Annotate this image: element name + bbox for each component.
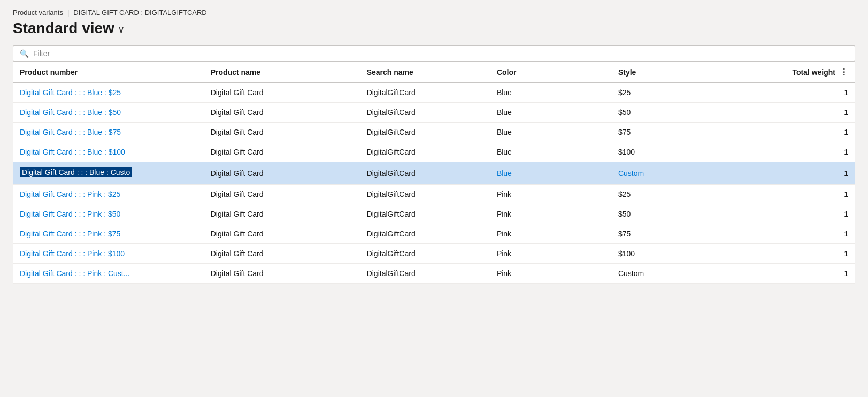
cell-product-number: Digital Gift Card : : : Pink : $25 bbox=[13, 185, 204, 204]
cell-total-weight: 1 bbox=[750, 264, 855, 284]
cell-total-weight: 1 bbox=[750, 185, 855, 204]
cell-search-name: DigitalGiftCard bbox=[360, 244, 490, 264]
search-icon: 🔍 bbox=[20, 49, 29, 58]
product-number-link[interactable]: Digital Gift Card : : : Blue : $25 bbox=[20, 88, 121, 97]
col-header-product-name: Product name bbox=[204, 62, 360, 83]
cell-total-weight: 1 bbox=[750, 204, 855, 224]
cell-color: Pink bbox=[490, 244, 612, 264]
cell-style: Custom bbox=[612, 162, 750, 185]
cell-total-weight: 1 bbox=[750, 162, 855, 185]
cell-style: $75 bbox=[612, 224, 750, 244]
cell-product-name: Digital Gift Card bbox=[204, 162, 360, 185]
filter-bar: 🔍 bbox=[13, 45, 855, 62]
product-number-link[interactable]: Digital Gift Card : : : Pink : $50 bbox=[20, 210, 120, 218]
breadcrumb: Product variants | DIGITAL GIFT CARD : D… bbox=[13, 9, 855, 17]
cell-style: $75 bbox=[612, 123, 750, 142]
cell-search-name: DigitalGiftCard bbox=[360, 103, 490, 123]
cell-style: $100 bbox=[612, 142, 750, 162]
cell-product-number: Digital Gift Card : : : Blue : $100 bbox=[13, 142, 204, 162]
breadcrumb-current: DIGITAL GIFT CARD : DIGITALGIFTCARD bbox=[73, 9, 206, 17]
cell-product-name: Digital Gift Card bbox=[204, 83, 360, 103]
cell-color: Blue bbox=[490, 142, 612, 162]
cell-product-number: Digital Gift Card : : : Blue : $75 bbox=[13, 123, 204, 142]
cell-product-number: Digital Gift Card : : : Blue : $50 bbox=[13, 103, 204, 123]
cell-search-name: DigitalGiftCard bbox=[360, 83, 490, 103]
cell-color: Pink bbox=[490, 224, 612, 244]
chevron-down-icon[interactable]: ∨ bbox=[118, 24, 125, 35]
page-title: Standard view bbox=[13, 20, 114, 37]
col-header-total-weight: Total weight ⋮ bbox=[750, 62, 855, 83]
col-header-color: Color bbox=[490, 62, 612, 83]
cell-search-name: DigitalGiftCard bbox=[360, 204, 490, 224]
table-row[interactable]: Digital Gift Card : : : Pink : $75Digita… bbox=[13, 224, 855, 244]
cell-search-name: DigitalGiftCard bbox=[360, 162, 490, 185]
cell-search-name: DigitalGiftCard bbox=[360, 185, 490, 204]
cell-product-name: Digital Gift Card bbox=[204, 185, 360, 204]
cell-product-number: Digital Gift Card : : : Pink : $75 bbox=[13, 224, 204, 244]
cell-product-number: Digital Gift Card : : : Pink : $100 bbox=[13, 244, 204, 264]
cell-style: Custom bbox=[612, 264, 750, 284]
cell-search-name: DigitalGiftCard bbox=[360, 123, 490, 142]
cell-product-number: Digital Gift Card : : : Blue : $25 bbox=[13, 83, 204, 103]
breadcrumb-link[interactable]: Product variants bbox=[13, 9, 63, 17]
page-title-row: Standard view ∨ bbox=[13, 20, 855, 37]
table-row[interactable]: Digital Gift Card : : : Pink : Cust...Di… bbox=[13, 264, 855, 284]
table-container: Product number Product name Search name … bbox=[13, 62, 855, 284]
cell-style: $50 bbox=[612, 103, 750, 123]
cell-search-name: DigitalGiftCard bbox=[360, 142, 490, 162]
product-number-link[interactable]: Digital Gift Card : : : Pink : $100 bbox=[20, 249, 125, 258]
table-header-row: Product number Product name Search name … bbox=[13, 62, 855, 83]
filter-input[interactable] bbox=[33, 49, 848, 58]
cell-total-weight: 1 bbox=[750, 224, 855, 244]
table-row[interactable]: Digital Gift Card : : : Pink : $50Digita… bbox=[13, 204, 855, 224]
cell-search-name: DigitalGiftCard bbox=[360, 264, 490, 284]
table-row[interactable]: Digital Gift Card : : : Blue : $75Digita… bbox=[13, 123, 855, 142]
cell-total-weight: 1 bbox=[750, 244, 855, 264]
cell-style: $50 bbox=[612, 204, 750, 224]
cell-product-number: Digital Gift Card : : : Blue : Custo bbox=[13, 162, 204, 185]
cell-total-weight: 1 bbox=[750, 123, 855, 142]
cell-product-name: Digital Gift Card bbox=[204, 142, 360, 162]
product-number-link[interactable]: Digital Gift Card : : : Blue : $50 bbox=[20, 108, 121, 117]
product-number-link[interactable]: Digital Gift Card : : : Pink : $25 bbox=[20, 190, 120, 198]
product-number-link[interactable]: Digital Gift Card : : : Blue : $100 bbox=[20, 148, 125, 156]
cell-color: Pink bbox=[490, 204, 612, 224]
table-row[interactable]: Digital Gift Card : : : Pink : $25Digita… bbox=[13, 185, 855, 204]
table-row[interactable]: Digital Gift Card : : : Blue : CustoDigi… bbox=[13, 162, 855, 185]
cell-style: $25 bbox=[612, 185, 750, 204]
cell-color: Blue bbox=[490, 103, 612, 123]
cell-product-name: Digital Gift Card bbox=[204, 264, 360, 284]
table-row[interactable]: Digital Gift Card : : : Blue : $100Digit… bbox=[13, 142, 855, 162]
col-header-product-number: Product number bbox=[13, 62, 204, 83]
cell-color: Blue bbox=[490, 123, 612, 142]
product-variants-table: Product number Product name Search name … bbox=[13, 62, 855, 284]
table-row[interactable]: Digital Gift Card : : : Pink : $100Digit… bbox=[13, 244, 855, 264]
cell-color: Pink bbox=[490, 264, 612, 284]
cell-total-weight: 1 bbox=[750, 142, 855, 162]
cell-style: $100 bbox=[612, 244, 750, 264]
cell-product-number: Digital Gift Card : : : Pink : $50 bbox=[13, 204, 204, 224]
cell-product-name: Digital Gift Card bbox=[204, 123, 360, 142]
col-header-search-name: Search name bbox=[360, 62, 490, 83]
cell-product-number: Digital Gift Card : : : Pink : Cust... bbox=[13, 264, 204, 284]
product-number-link[interactable]: Digital Gift Card : : : Blue : $75 bbox=[20, 128, 121, 136]
cell-total-weight: 1 bbox=[750, 83, 855, 103]
cell-product-name: Digital Gift Card bbox=[204, 224, 360, 244]
table-row[interactable]: Digital Gift Card : : : Blue : $50Digita… bbox=[13, 103, 855, 123]
cell-style: $25 bbox=[612, 83, 750, 103]
cell-color: Blue bbox=[490, 83, 612, 103]
product-number-link[interactable]: Digital Gift Card : : : Pink : $75 bbox=[20, 230, 120, 238]
column-menu-icon[interactable]: ⋮ bbox=[840, 67, 848, 77]
cell-total-weight: 1 bbox=[750, 103, 855, 123]
table-row[interactable]: Digital Gift Card : : : Blue : $25Digita… bbox=[13, 83, 855, 103]
cell-search-name: DigitalGiftCard bbox=[360, 224, 490, 244]
cell-color: Blue bbox=[490, 162, 612, 185]
product-number-link[interactable]: Digital Gift Card : : : Pink : Cust... bbox=[20, 269, 129, 278]
selected-product-number-label: Digital Gift Card : : : Blue : Custo bbox=[20, 167, 132, 177]
cell-product-name: Digital Gift Card bbox=[204, 204, 360, 224]
cell-product-name: Digital Gift Card bbox=[204, 244, 360, 264]
cell-color: Pink bbox=[490, 185, 612, 204]
col-header-style: Style bbox=[612, 62, 750, 83]
breadcrumb-separator: | bbox=[67, 9, 69, 17]
cell-product-name: Digital Gift Card bbox=[204, 103, 360, 123]
